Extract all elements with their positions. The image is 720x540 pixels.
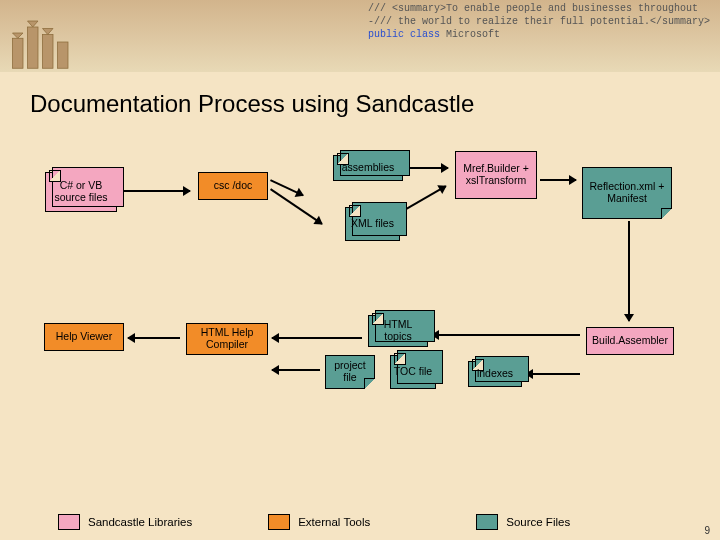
- node-source-files: C# or VB source files: [45, 172, 117, 212]
- svg-marker-5: [28, 21, 39, 27]
- arrow-refl-build: [628, 221, 630, 321]
- svg-marker-4: [13, 33, 24, 38]
- node-indexes-label: indexes: [477, 368, 513, 380]
- node-html-topics: HTML topics: [368, 315, 428, 347]
- code-line-1: /// <summary>To enable people and busine…: [368, 3, 698, 14]
- legend-label-source: Source Files: [506, 516, 570, 528]
- node-help-viewer: Help Viewer: [44, 323, 124, 351]
- castle-icon: [5, 12, 80, 72]
- node-reflection: Reflection.xml + Manifest: [582, 167, 672, 219]
- legend-swatch-source: [476, 514, 498, 530]
- node-mrefbuilder: Mref.Builder + xslTransform: [455, 151, 537, 199]
- code-keyword: public class: [368, 29, 440, 40]
- arrow-asm-mref: [408, 167, 448, 169]
- node-csc-doc-label: csc /doc: [214, 180, 253, 192]
- code-classname: Microsoft: [446, 29, 500, 40]
- code-line-2: -/// the world to realize their full pot…: [368, 16, 710, 27]
- arrow-topics-hhc: [272, 337, 362, 339]
- arrow-build-indexes: [526, 373, 580, 375]
- node-html-help-compiler-label: HTML Help Compiler: [189, 327, 265, 350]
- node-toc-file: TOC file: [390, 355, 436, 389]
- node-toc-file-label: TOC file: [394, 366, 432, 378]
- node-xml-files: XML files: [345, 207, 400, 241]
- slide-body: Documentation Process using Sandcastle C…: [0, 72, 720, 540]
- arrow-proj-hhc: [272, 369, 320, 371]
- arrow-hhc-viewer: [128, 337, 180, 339]
- slide-title: Documentation Process using Sandcastle: [30, 90, 474, 118]
- arrow-mref-refl: [540, 179, 576, 181]
- node-mrefbuilder-label: Mref.Builder + xslTransform: [458, 163, 534, 186]
- diagram-canvas: C# or VB source files csc /doc assemblie…: [0, 137, 720, 540]
- svg-marker-6: [43, 29, 54, 35]
- legend-label-sandcastle: Sandcastle Libraries: [88, 516, 192, 528]
- node-indexes: indexes: [468, 361, 522, 387]
- node-project-file: project file: [325, 355, 375, 389]
- svg-rect-0: [13, 38, 24, 68]
- arrow-xml-mref: [402, 185, 446, 212]
- node-project-file-label: project file: [328, 360, 372, 383]
- svg-rect-3: [58, 42, 69, 68]
- page-number: 9: [704, 525, 710, 536]
- arrow-build-topics: [432, 334, 580, 336]
- node-xml-files-label: XML files: [351, 218, 394, 230]
- node-csc-doc: csc /doc: [198, 172, 268, 200]
- node-source-files-label: C# or VB source files: [48, 180, 114, 203]
- node-html-topics-label: HTML topics: [371, 319, 425, 342]
- arrow-src-csc: [120, 190, 190, 192]
- legend-swatch-external: [268, 514, 290, 530]
- node-assemblies: assemblies: [333, 155, 403, 181]
- legend: Sandcastle Libraries External Tools Sour…: [0, 514, 720, 530]
- legend-label-external: External Tools: [298, 516, 370, 528]
- node-assemblies-label: assemblies: [342, 162, 395, 174]
- node-buildassembler-label: Build.Assembler: [592, 335, 668, 347]
- svg-rect-2: [43, 35, 54, 69]
- node-reflection-label: Reflection.xml + Manifest: [585, 181, 669, 204]
- node-html-help-compiler: HTML Help Compiler: [186, 323, 268, 355]
- node-help-viewer-label: Help Viewer: [56, 331, 112, 343]
- legend-swatch-sandcastle: [58, 514, 80, 530]
- node-buildassembler: Build.Assembler: [586, 327, 674, 355]
- header-strip: /// <summary>To enable people and busine…: [0, 0, 720, 72]
- svg-rect-1: [28, 27, 39, 68]
- header-code-snippet: /// <summary>To enable people and busine…: [368, 2, 710, 41]
